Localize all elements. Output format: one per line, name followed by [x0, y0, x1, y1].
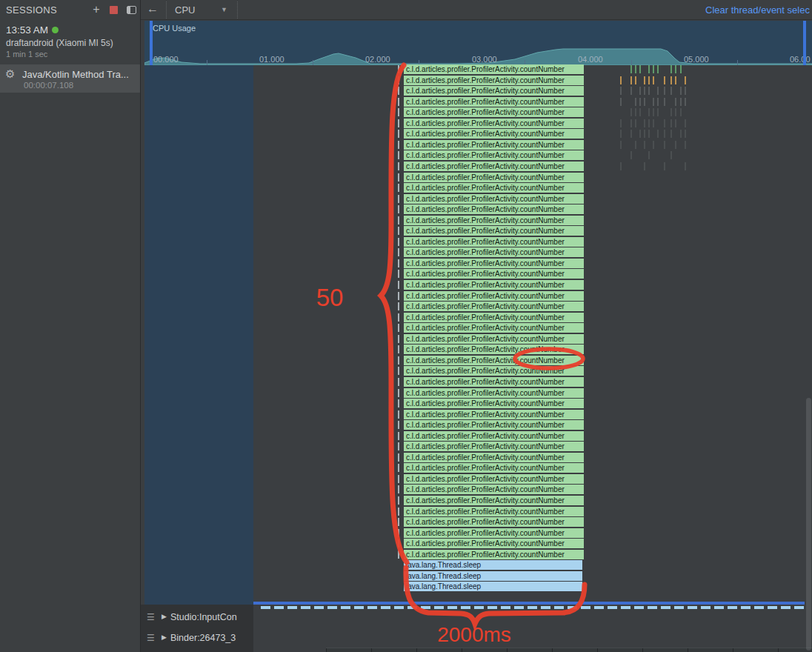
method-call-bar[interactable]: c.l.d.articles.profiler.ProfilerActivity… — [404, 550, 584, 559]
method-call-bar[interactable]: c.l.d.articles.profiler.ProfilerActivity… — [404, 86, 584, 96]
thread-state-line — [253, 602, 805, 605]
method-call-bar[interactable]: c.l.d.articles.profiler.ProfilerActivity… — [404, 162, 584, 171]
call-depth-tick — [398, 292, 399, 300]
thread-row-studio-inputcon[interactable]: ☰▶Studio:InputCon — [141, 608, 253, 628]
call-depth-tick — [398, 151, 399, 159]
vertical-scrollbar[interactable] — [806, 398, 811, 651]
micro-call-mark — [664, 162, 665, 170]
method-call-bar[interactable]: c.l.d.articles.profiler.ProfilerActivity… — [404, 313, 584, 322]
method-call-bar[interactable]: c.l.d.articles.profiler.ProfilerActivity… — [404, 356, 584, 365]
micro-call-mark — [685, 162, 686, 170]
thread-row-binder-26473-3[interactable]: ☰▶Binder:26473_3 — [141, 628, 253, 649]
expand-triangle-icon[interactable]: ▶ — [162, 633, 167, 641]
method-call-bar[interactable]: c.l.d.articles.profiler.ProfilerActivity… — [404, 216, 584, 225]
call-depth-tick — [398, 302, 399, 310]
track-separator — [507, 648, 508, 652]
method-call-bar[interactable]: c.l.d.articles.profiler.ProfilerActivity… — [404, 247, 584, 257]
thread-name: Studio:InputCon — [170, 612, 237, 622]
micro-call-mark — [657, 130, 659, 138]
micro-call-mark — [670, 76, 672, 84]
method-call-bar[interactable]: c.l.d.articles.profiler.ProfilerActivity… — [404, 410, 584, 419]
micro-call-mark — [620, 76, 622, 84]
method-call-bar[interactable]: c.l.d.articles.profiler.ProfilerActivity… — [404, 453, 584, 462]
method-call-bar[interactable]: c.l.d.articles.profiler.ProfilerActivity… — [404, 496, 584, 505]
micro-call-mark — [639, 130, 641, 138]
micro-call-mark — [680, 130, 682, 138]
call-depth-tick — [398, 162, 399, 170]
micro-call-mark — [653, 108, 654, 116]
call-depth-tick — [398, 195, 399, 203]
method-call-bar[interactable]: c.l.d.articles.profiler.ProfilerActivity… — [404, 150, 584, 160]
method-call-bar[interactable]: c.l.d.articles.profiler.ProfilerActivity… — [404, 302, 584, 311]
method-call-bar[interactable]: c.l.d.articles.profiler.ProfilerActivity… — [404, 366, 584, 376]
micro-call-mark — [670, 151, 672, 159]
track-separator — [326, 648, 327, 652]
micro-call-mark — [680, 87, 682, 95]
method-call-bar[interactable]: c.l.d.articles.profiler.ProfilerActivity… — [404, 226, 584, 236]
method-call-bar[interactable]: c.l.d.articles.profiler.ProfilerActivity… — [404, 334, 584, 344]
method-call-bar[interactable]: c.l.d.articles.profiler.ProfilerActivity… — [404, 399, 584, 408]
micro-call-mark — [680, 108, 682, 116]
cpu-profiler-window: SESSIONS + 13:53 AM draftandroid (Xiaomi… — [0, 0, 812, 652]
method-call-bar[interactable]: c.l.d.articles.profiler.ProfilerActivity… — [404, 129, 584, 139]
method-call-bar[interactable]: c.l.d.articles.profiler.ProfilerActivity… — [404, 431, 584, 441]
track-separator — [416, 648, 417, 652]
call-depth-tick — [398, 216, 399, 224]
method-call-bar[interactable]: c.l.d.articles.profiler.ProfilerActivity… — [404, 119, 584, 128]
method-call-bar[interactable]: c.l.d.articles.profiler.ProfilerActivity… — [404, 107, 584, 117]
micro-call-mark — [675, 65, 676, 73]
micro-call-mark — [648, 65, 650, 73]
method-call-bar[interactable]: c.l.d.articles.profiler.ProfilerActivity… — [404, 345, 584, 354]
method-call-bar[interactable]: c.l.d.articles.profiler.ProfilerActivity… — [404, 474, 584, 484]
call-depth-tick — [398, 335, 399, 343]
method-call-bar[interactable]: c.l.d.articles.profiler.ProfilerActivity… — [404, 539, 584, 548]
method-call-bar[interactable]: c.l.d.articles.profiler.ProfilerActivity… — [404, 517, 584, 527]
method-call-bar[interactable]: c.l.d.articles.profiler.ProfilerActivity… — [404, 269, 584, 279]
micro-call-mark — [670, 65, 672, 73]
sleep-call-bar[interactable]: java.lang.Thread.sleep — [404, 582, 582, 591]
method-call-bar[interactable]: c.l.d.articles.profiler.ProfilerActivity… — [404, 194, 584, 204]
track-separator — [778, 648, 779, 652]
method-call-bar[interactable]: c.l.d.articles.profiler.ProfilerActivity… — [404, 76, 584, 85]
method-call-bar[interactable]: c.l.d.articles.profiler.ProfilerActivity… — [404, 507, 584, 516]
method-call-bar[interactable]: c.l.d.articles.profiler.ProfilerActivity… — [404, 377, 584, 387]
method-call-bar[interactable]: c.l.d.articles.profiler.ProfilerActivity… — [404, 291, 584, 301]
hamburger-icon: ☰ — [147, 633, 155, 643]
micro-call-mark — [635, 108, 636, 116]
micro-call-mark — [630, 119, 632, 127]
method-call-bar[interactable]: c.l.d.articles.profiler.ProfilerActivity… — [404, 442, 584, 451]
method-call-bar[interactable]: c.l.d.articles.profiler.ProfilerActivity… — [404, 183, 584, 193]
call-depth-tick — [398, 238, 399, 246]
method-call-bar[interactable]: c.l.d.articles.profiler.ProfilerActivity… — [404, 388, 584, 398]
micro-call-mark — [664, 119, 665, 127]
micro-call-mark — [664, 98, 665, 106]
method-call-bar[interactable]: c.l.d.articles.profiler.ProfilerActivity… — [404, 173, 584, 182]
method-call-bar[interactable]: c.l.d.articles.profiler.ProfilerActivity… — [404, 237, 584, 247]
track-separator — [552, 648, 553, 652]
method-call-bar[interactable]: c.l.d.articles.profiler.ProfilerActivity… — [404, 259, 584, 268]
method-call-bar[interactable]: c.l.d.articles.profiler.ProfilerActivity… — [404, 528, 584, 538]
method-call-bar[interactable]: c.l.d.articles.profiler.ProfilerActivity… — [404, 64, 584, 74]
micro-call-mark — [630, 108, 632, 116]
micro-call-mark — [680, 98, 682, 106]
micro-call-mark — [680, 65, 682, 73]
call-depth-tick — [398, 432, 399, 440]
expand-triangle-icon[interactable]: ▶ — [162, 613, 167, 620]
call-depth-tick — [398, 421, 399, 429]
method-call-bar[interactable]: c.l.d.articles.profiler.ProfilerActivity… — [404, 97, 584, 107]
call-depth-tick — [398, 378, 399, 386]
sleep-call-bar[interactable]: java.lang.Thread.sleep — [404, 571, 582, 581]
method-call-bar[interactable]: c.l.d.articles.profiler.ProfilerActivity… — [404, 280, 584, 290]
micro-call-mark — [653, 119, 654, 127]
micro-call-mark — [644, 119, 645, 127]
micro-call-mark — [685, 119, 686, 127]
method-call-bar[interactable]: c.l.d.articles.profiler.ProfilerActivity… — [404, 420, 584, 430]
method-call-bar[interactable]: c.l.d.articles.profiler.ProfilerActivity… — [404, 323, 584, 333]
method-call-bar[interactable]: c.l.d.articles.profiler.ProfilerActivity… — [404, 204, 584, 214]
method-call-bar[interactable]: c.l.d.articles.profiler.ProfilerActivity… — [404, 463, 584, 473]
micro-call-mark — [648, 119, 650, 127]
method-call-bar[interactable]: c.l.d.articles.profiler.ProfilerActivity… — [404, 140, 584, 150]
method-call-bar[interactable]: c.l.d.articles.profiler.ProfilerActivity… — [404, 485, 584, 494]
call-depth-tick — [398, 356, 399, 365]
sleep-call-bar[interactable]: java.lang.Thread.sleep — [404, 560, 582, 570]
